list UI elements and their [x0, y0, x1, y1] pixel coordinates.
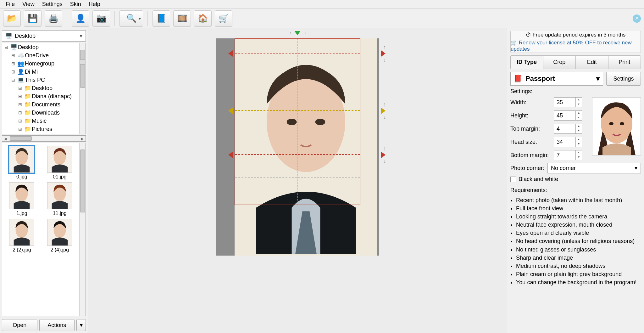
- renew-link[interactable]: Renew your license at 50% OFF to receive…: [511, 40, 632, 52]
- expand-icon[interactable]: ⊞: [18, 94, 22, 99]
- marker-right-icon[interactable]: [381, 50, 386, 57]
- expand-icon[interactable]: ⊞: [11, 69, 15, 74]
- save-icon[interactable]: 💾: [24, 10, 42, 27]
- tab-edit[interactable]: Edit: [576, 56, 608, 69]
- spin-down-icon[interactable]: ▾: [575, 155, 582, 160]
- menu-file[interactable]: File: [2, 0, 19, 9]
- eye-line[interactable]: [235, 110, 360, 111]
- thumbnail-item[interactable]: 2 (2).jpg: [5, 219, 39, 253]
- marker-right-icon[interactable]: [381, 152, 386, 158]
- tree-node[interactable]: ⊞📁Diana (dianapc): [2, 92, 86, 100]
- thumbnail-label: 11.jpg: [53, 211, 67, 216]
- thumbnail-item[interactable]: 0.jpg: [5, 146, 39, 180]
- tree-node[interactable]: ⊞📁Documents: [2, 100, 86, 109]
- marker-left-icon[interactable]: [228, 108, 233, 114]
- spin-down-icon[interactable]: ▾: [575, 129, 582, 133]
- marker-left-icon[interactable]: [228, 50, 233, 57]
- id-type-combo[interactable]: 📕 Passport ▾: [510, 72, 603, 86]
- expand-icon[interactable]: ⊞: [18, 102, 22, 107]
- tree-node[interactable]: ⊞👤Di Mi: [2, 68, 86, 76]
- width-spinner[interactable]: 35▴▾: [554, 97, 582, 107]
- expand-icon[interactable]: ⊟: [11, 77, 15, 82]
- settings-button[interactable]: Settings: [606, 72, 641, 86]
- spin-down-icon[interactable]: ▾: [575, 142, 582, 147]
- spin-up-icon[interactable]: ▴: [575, 137, 582, 142]
- zoom-icon[interactable]: 🔍: [119, 10, 143, 27]
- profile-icon[interactable]: 👤: [72, 10, 89, 27]
- spin-up-icon[interactable]: ▴: [575, 124, 582, 129]
- spin-up-icon[interactable]: ▴: [575, 111, 582, 116]
- head-size-spinner[interactable]: 34▴▾: [554, 137, 582, 147]
- tab-print[interactable]: Print: [608, 56, 641, 69]
- open-button[interactable]: Open: [2, 319, 37, 331]
- thumbs-scrollbar[interactable]: [79, 143, 86, 316]
- path-combo[interactable]: 🖥️ Desktop ▾: [2, 30, 86, 42]
- tree-node[interactable]: ⊟💻This PC: [2, 76, 86, 84]
- height-spinner[interactable]: 45▴▾: [554, 110, 582, 121]
- arrow-up-icon: ↑: [383, 101, 386, 108]
- scroll-left-icon[interactable]: ◂: [2, 136, 8, 142]
- menu-settings[interactable]: Settings: [38, 0, 66, 9]
- marker-left-icon[interactable]: [228, 152, 233, 158]
- top-margin-line[interactable]: [235, 53, 360, 54]
- bw-checkbox[interactable]: [510, 177, 516, 182]
- actions-button[interactable]: Actions: [39, 319, 75, 331]
- tree-node[interactable]: ⊞📁Downloads: [2, 109, 86, 117]
- bottom-line[interactable]: [235, 178, 360, 178]
- tree-scrollbar[interactable]: [79, 43, 86, 134]
- spin-down-icon[interactable]: ▾: [575, 116, 582, 120]
- video-icon[interactable]: 🎞️: [173, 10, 191, 27]
- actions-dropdown[interactable]: ▾: [76, 319, 86, 331]
- photo-canvas[interactable]: ← →: [216, 38, 379, 256]
- requirement-item: Medium contrast, no deep shadows: [516, 262, 641, 270]
- spin-up-icon[interactable]: ▴: [575, 150, 582, 155]
- thumbnail-item[interactable]: 1.jpg: [5, 182, 39, 216]
- cart-icon[interactable]: 🛒: [215, 10, 232, 27]
- scrollbar-knob[interactable]: [80, 59, 85, 65]
- chin-line[interactable]: [235, 154, 360, 155]
- tree-node[interactable]: ⊞📁Pictures: [2, 125, 86, 133]
- close-icon[interactable]: ✕: [633, 14, 641, 23]
- thumbnail-item[interactable]: 2 (4).jpg: [43, 219, 77, 253]
- scrollbar-thumb[interactable]: [80, 150, 85, 212]
- spin-up-icon[interactable]: ▴: [575, 98, 582, 102]
- photo-corner-combo[interactable]: No corner ▾: [547, 163, 641, 173]
- tab-id-type[interactable]: ID Type: [511, 56, 543, 69]
- folder-tree[interactable]: ⊟🖥️Desktop⊞☁️OneDrive⊞👥Homegroup⊞👤Di Mi⊟…: [2, 43, 86, 134]
- spin-down-icon[interactable]: ▾: [575, 102, 582, 107]
- hscroll-thumb[interactable]: [10, 136, 32, 141]
- scroll-right-icon[interactable]: ▸: [79, 136, 86, 142]
- marker-right-icon[interactable]: [381, 108, 386, 114]
- home-icon[interactable]: 🏠: [194, 10, 212, 27]
- expand-icon[interactable]: ⊞: [18, 118, 22, 123]
- scrollbar-thumb[interactable]: [80, 50, 85, 88]
- crop-box[interactable]: [235, 38, 360, 205]
- expand-icon[interactable]: ⊞: [18, 86, 22, 91]
- expand-icon[interactable]: ⊞: [11, 61, 15, 66]
- thumbnail-image: [47, 146, 72, 173]
- tab-crop[interactable]: Crop: [543, 56, 576, 69]
- expand-icon[interactable]: ⊞: [18, 127, 22, 132]
- top-marker-icon[interactable]: [294, 31, 301, 35]
- tree-node[interactable]: ⊞👥Homegroup: [2, 59, 86, 68]
- tree-node[interactable]: ⊟🖥️Desktop: [2, 43, 86, 51]
- camera-icon[interactable]: 📷: [92, 10, 110, 27]
- chevron-down-icon: ▾: [596, 75, 600, 83]
- tree-node[interactable]: ⊞📁Desktop: [2, 84, 86, 92]
- tree-hscroll[interactable]: ◂ ▸: [2, 135, 86, 142]
- print-icon[interactable]: 🖨️: [45, 10, 62, 27]
- menu-skin[interactable]: Skin: [66, 0, 85, 9]
- help-icon[interactable]: 📘: [153, 10, 170, 27]
- expand-icon[interactable]: ⊞: [11, 53, 15, 58]
- expand-icon[interactable]: ⊟: [4, 45, 8, 50]
- open-icon[interactable]: 📂: [3, 10, 21, 27]
- thumbnail-item[interactable]: 11.jpg: [43, 182, 77, 216]
- menu-view[interactable]: View: [19, 0, 38, 9]
- bottom-margin-spinner[interactable]: 7▴▾: [554, 150, 582, 160]
- tree-node[interactable]: ⊞📁Music: [2, 117, 86, 125]
- menu-help[interactable]: Help: [85, 0, 104, 9]
- top-margin-spinner[interactable]: 4▴▾: [554, 124, 582, 134]
- expand-icon[interactable]: ⊞: [18, 110, 22, 115]
- tree-node[interactable]: ⊞☁️OneDrive: [2, 51, 86, 59]
- thumbnail-item[interactable]: 01.jpg: [43, 146, 77, 180]
